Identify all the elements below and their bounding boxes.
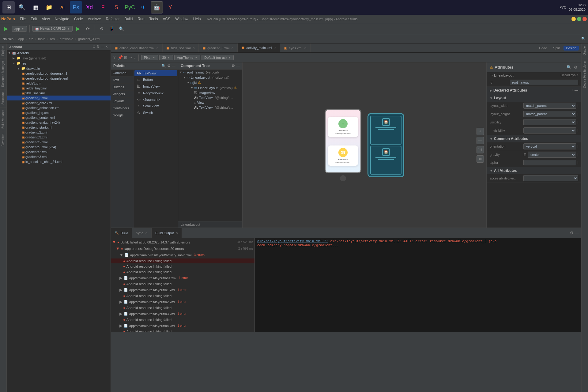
attr-alpha-input[interactable] xyxy=(523,160,576,165)
list-item[interactable]: ▣ gradiente3.xml (v24) xyxy=(7,145,111,149)
tab-eyes[interactable]: ▣ eyes.xml ✕ xyxy=(280,43,310,52)
pixel-selector[interactable]: Pixel ▼ xyxy=(141,55,158,60)
palette-cat-widgets[interactable]: Widgets xyxy=(111,91,134,98)
build-item[interactable]: ● Android resource linking failed xyxy=(111,270,254,274)
list-item[interactable]: ▣ gradients2.xml xyxy=(7,149,111,154)
build-item[interactable]: ● Android resource linking failed xyxy=(111,317,254,322)
menu-file[interactable]: File xyxy=(17,16,28,22)
tab-activity-main[interactable]: ▣ activity_main.xml ✕ xyxy=(238,43,280,52)
list-item[interactable]: ▣ fields_buy.xml xyxy=(7,86,111,91)
design-view-btn[interactable]: Design xyxy=(564,46,579,51)
android-studio-icon[interactable]: 🤖 xyxy=(151,1,163,13)
list-item[interactable]: ▣ gradients3.xml xyxy=(7,154,111,159)
breadcrumb-file[interactable]: gradient_3.xml xyxy=(78,37,100,41)
yandex-icon[interactable]: Y xyxy=(164,1,176,13)
run-debug-button[interactable]: ▶ xyxy=(74,24,82,33)
split-view-btn[interactable]: Split xyxy=(551,46,562,51)
app-selector[interactable]: app ▼ xyxy=(12,26,27,32)
list-item[interactable]: ▣ gradient_center.xml xyxy=(7,115,111,120)
attr-search-icon[interactable]: 🔍 xyxy=(566,64,572,70)
telegram-icon[interactable]: ✈ xyxy=(137,1,149,13)
palette-settings-icon[interactable]: ⚙ xyxy=(167,64,171,68)
collapse-icon[interactable]: — xyxy=(101,45,104,49)
palette-item-fragment[interactable]: <> <fragment> xyxy=(134,96,177,103)
breadcrumb-src[interactable]: src xyxy=(29,37,33,41)
zoom-selector[interactable]: 30 ▼ xyxy=(159,55,173,60)
breadcrumb-main[interactable]: main xyxy=(38,37,45,41)
comp-tree-imageview[interactable]: 🖼 ImageView xyxy=(178,90,242,95)
question-icon[interactable]: ? xyxy=(113,55,115,60)
layout-expand-icon[interactable]: ↔ xyxy=(129,55,133,60)
palette-item-button[interactable]: □ Button xyxy=(134,76,177,83)
menu-refactor[interactable]: Refactor xyxy=(103,16,122,22)
tree-java-generated[interactable]: ▶ 📁 java (generated) xyxy=(7,55,111,61)
palette-close-icon[interactable]: — xyxy=(172,64,175,68)
build-close-icon[interactable]: — xyxy=(575,231,579,235)
list-item[interactable]: ▣ gradient_ani2.xml xyxy=(7,100,111,105)
declared-attributes-header[interactable]: ▶ Declared Attributes + — xyxy=(487,87,581,94)
palette-search-icon[interactable]: 🔍 xyxy=(161,64,166,68)
comp-tree-linearlayout[interactable]: ▼ ▭ LinearLayout (horizontal) xyxy=(178,75,242,80)
all-attributes-header[interactable]: ▼ All Attributes xyxy=(487,167,581,174)
list-item[interactable]: ▣ ic_baseline_chat_24.xml xyxy=(7,159,111,164)
palette-cat-google[interactable]: Google xyxy=(111,112,134,119)
tab-gradient-3[interactable]: ▣ gradient_3.xml ✕ xyxy=(199,43,238,52)
task-view-button[interactable]: ▦ xyxy=(29,1,42,13)
tree-android[interactable]: ▼ 🤖 Android xyxy=(7,50,111,55)
palette-item-switch[interactable]: ⊙ Switch xyxy=(134,109,177,116)
component-tree-settings-icon[interactable]: ⚙ xyxy=(232,64,235,68)
palette-cat-layouts[interactable]: Layouts xyxy=(111,98,134,105)
locale-selector[interactable]: Default (en-us) ▼ xyxy=(202,55,234,60)
comp-tree-jkt[interactable]: ▼ □ jkt ⚠ xyxy=(178,80,242,85)
comp-tree-textview-2[interactable]: Ab TextView *@string/s... xyxy=(178,105,242,110)
breadcrumb-res[interactable]: res xyxy=(50,37,55,41)
attr-pin-icon[interactable]: | xyxy=(577,121,578,124)
list-item[interactable]: ▣ fields3.xml xyxy=(7,81,111,86)
attr-pin-icon[interactable]: | xyxy=(577,145,578,148)
explorer-icon[interactable]: 📁 xyxy=(43,1,55,13)
resource-manager-label[interactable]: Resource Manager xyxy=(0,58,6,89)
menu-navigate[interactable]: Navigate xyxy=(52,16,72,22)
menu-run[interactable]: Run xyxy=(135,16,147,22)
list-item[interactable]: ▣ cerelebackgroundgreen.xml xyxy=(7,71,111,76)
tab-close-icon[interactable]: ✕ xyxy=(231,46,234,50)
search-toolbar-button[interactable]: 🔍 xyxy=(117,24,126,33)
attr-layout-width-select[interactable]: match_parent xyxy=(523,103,576,109)
attr-accessibility-select[interactable] xyxy=(523,175,578,181)
build-item[interactable]: ▶ 📄 app/src/main/res/layout/b1.xml 1 err… xyxy=(111,287,254,293)
comp-tree-view[interactable]: □ View xyxy=(178,100,242,105)
error-link[interactable]: ain\res\layout\activity_main.xml:2: xyxy=(257,239,328,243)
component-tree-close-icon[interactable]: — xyxy=(236,64,240,68)
list-item[interactable]: ▣ gradient_animation.xml xyxy=(7,105,111,110)
gradle-label[interactable]: Gradle xyxy=(582,43,588,58)
layout-columns-icon[interactable]: ⊞ xyxy=(124,55,127,60)
build-item[interactable]: ▶ 📄 app/src/main/res/layout/ass.xml 1 er… xyxy=(111,275,254,281)
tab-online-concultation[interactable]: ▣ online_concultation.xml ✕ xyxy=(111,43,163,52)
favorites-label[interactable]: Favorites xyxy=(0,131,6,149)
sdk-manager-button[interactable]: ⚙ xyxy=(97,24,106,33)
palette-item-recyclerview[interactable]: ≡ RecyclerView xyxy=(134,90,177,96)
xd-icon[interactable]: Xd xyxy=(83,1,96,13)
build-item[interactable]: ▼ 📄 app/src/main/res/layout/activity_mai… xyxy=(111,252,254,258)
start-button[interactable]: ⊞ xyxy=(2,1,15,13)
build-item[interactable]: ● Android resource linking failed xyxy=(111,305,254,310)
remove-attr-icon[interactable]: — xyxy=(575,88,578,92)
attr-layout-height-select[interactable]: match_parent xyxy=(523,111,576,117)
layout-vert-icon[interactable]: ↕ xyxy=(134,55,136,60)
search-button[interactable]: 🔍 xyxy=(16,1,28,13)
comp-tree-textview-1[interactable]: Ab TextView *@string/s... xyxy=(178,95,242,100)
project-label[interactable]: Project xyxy=(0,43,6,58)
build-item[interactable]: ▼ ● :app:processDebugResources 20 errors… xyxy=(111,246,254,251)
menu-vcs[interactable]: VCS xyxy=(160,16,173,22)
menu-code[interactable]: Code xyxy=(72,16,85,22)
palette-cat-buttons[interactable]: Buttons xyxy=(111,84,134,91)
list-item[interactable]: ▣ filds_sos.xml xyxy=(7,91,111,96)
code-view-btn[interactable]: Code xyxy=(537,46,549,51)
list-item[interactable]: ▣ gradient_start.xml xyxy=(7,125,111,130)
ai-icon[interactable]: Ai xyxy=(56,1,69,13)
menu-build[interactable]: Build xyxy=(122,16,135,22)
list-item[interactable]: ▣ gradient_end.xml (v24) xyxy=(7,120,111,125)
palette-item-imageview[interactable]: 🖼 ImageView xyxy=(134,83,177,90)
tree-res[interactable]: ▼ 📁 res xyxy=(7,61,111,66)
maximize-button[interactable] xyxy=(577,17,581,21)
